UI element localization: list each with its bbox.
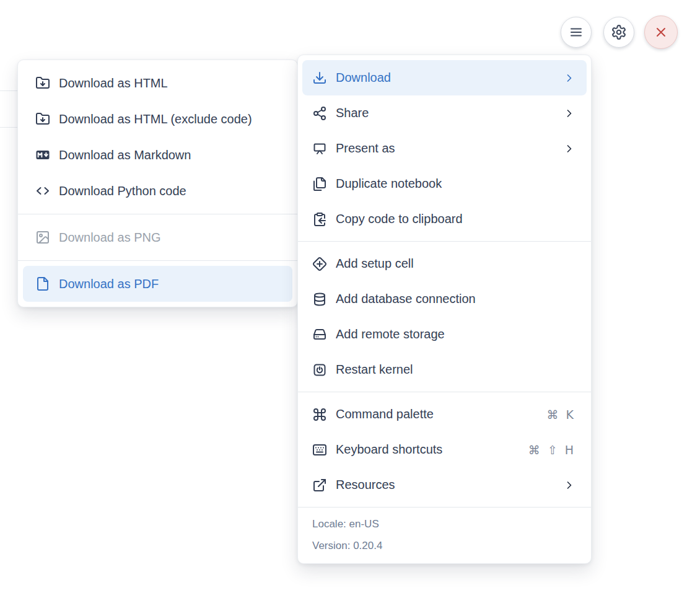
menu-separator [18,214,297,214]
power-icon [312,363,327,377]
menu-item-shortcut: ⌘ K [547,408,576,421]
file-icon [35,276,50,291]
menu-item-duplicate-notebook[interactable]: Duplicate notebook [302,166,587,201]
menu-button[interactable] [561,17,592,48]
folder-download-icon [35,112,50,126]
clipboard-copy-icon [312,212,327,227]
menu-item-download-as-html[interactable]: Download as HTML [23,65,292,101]
external-link-icon [312,478,327,493]
image-icon [35,230,50,245]
menu-item-resources[interactable]: Resources [302,467,587,503]
menu-item-download-as-markdown[interactable]: Download as Markdown [23,137,292,173]
menu-item-download-as-png: Download as PNG [23,219,292,255]
menu-separator [298,392,591,392]
menu-item-download-python-code[interactable]: Download Python code [23,173,292,209]
menu-footer: Locale: en-US Version: 0.20.4 [298,508,591,558]
menu-item-label: Download Python code [59,184,281,198]
menu-item-label: Download as PDF [59,277,281,291]
diamond-plus-icon [312,257,327,271]
locale-text: Locale: en-US [312,513,577,535]
share-icon [312,106,327,121]
menu-item-label: Share [336,106,554,120]
download-icon [312,71,327,86]
menu-item-add-database-connection[interactable]: Add database connection [302,281,587,317]
close-icon [654,25,668,40]
menu-item-add-remote-storage[interactable]: Add remote storage [302,317,587,352]
menu-item-label: Keyboard shortcuts [336,442,520,457]
markdown-icon [35,147,50,162]
menu-item-label: Add setup cell [336,257,575,271]
menu-item-label: Download as Markdown [59,148,281,162]
background-rule-line [0,127,18,128]
menu-item-keyboard-shortcuts[interactable]: Keyboard shortcuts⌘ ⇧ H [302,432,587,467]
menu-item-copy-code-to-clipboard[interactable]: Copy code to clipboard [302,201,587,237]
menu-item-label: Download as PNG [59,231,281,245]
menu-item-label: Add remote storage [336,327,575,341]
menu-item-present-as[interactable]: Present as [302,131,587,166]
menu-item-restart-kernel[interactable]: Restart kernel [302,352,587,387]
menu-item-label: Present as [336,141,554,156]
code-icon [35,183,50,198]
keyboard-icon [312,442,327,457]
menu-item-label: Duplicate notebook [336,177,575,191]
menu-item-shortcut: ⌘ ⇧ H [528,443,575,457]
menu-item-label: Restart kernel [336,363,575,377]
chevron-right-icon [563,72,575,84]
chevron-right-icon [563,107,575,120]
settings-button[interactable] [603,17,634,48]
menu-item-label: Add database connection [336,292,575,306]
menu-item-share[interactable]: Share [302,95,587,131]
hamburger-menu-icon [569,25,584,40]
menu-item-label: Resources [336,478,554,492]
menu-item-download[interactable]: Download [302,60,587,95]
menu-separator [18,260,297,261]
menu-item-label: Download [336,71,554,85]
menu-item-command-palette[interactable]: Command palette⌘ K [302,397,587,432]
chevron-right-icon [563,479,575,491]
duplicate-icon [312,177,327,191]
chevron-right-icon [563,143,575,155]
menu-item-download-as-html-exclude-code[interactable]: Download as HTML (exclude code) [23,101,292,137]
menu-item-label: Command palette [336,407,538,421]
background-rule-line [0,90,18,91]
menu-item-add-setup-cell[interactable]: Add setup cell [302,246,587,281]
menu-item-label: Download as HTML [59,76,281,90]
command-icon [312,407,327,422]
database-icon [312,292,327,307]
menu-item-label: Copy code to clipboard [336,212,575,226]
version-text: Version: 0.20.4 [312,535,577,556]
notebook-menu: DownloadSharePresent asDuplicate noteboo… [297,55,592,564]
presentation-icon [312,141,327,156]
download-submenu: Download as HTMLDownload as HTML (exclud… [17,59,298,307]
menu-separator [298,241,591,242]
folder-download-icon [35,76,50,90]
hard-drive-icon [312,327,327,342]
menu-item-download-as-pdf[interactable]: Download as PDF [23,266,292,302]
menu-item-label: Download as HTML (exclude code) [59,112,281,126]
gear-icon [611,24,627,40]
close-button[interactable] [644,15,678,49]
